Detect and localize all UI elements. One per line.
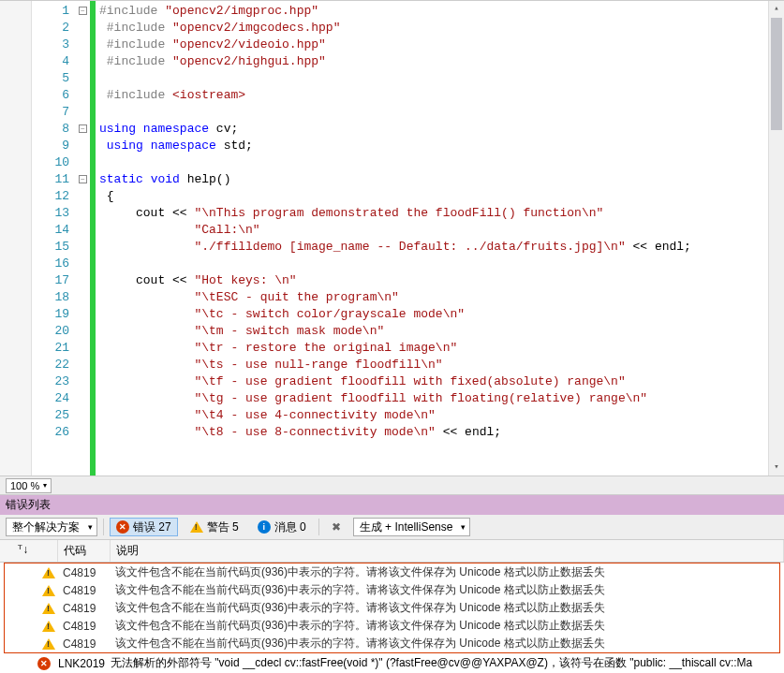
code-line[interactable]: "\tm - switch mask mode\n"	[99, 323, 784, 340]
code-line[interactable]	[99, 154, 784, 171]
line-number: 16	[32, 256, 69, 272]
code-line[interactable]: #include "opencv2/imgcodecs.hpp"	[99, 20, 784, 37]
vertical-scrollbar[interactable]: ▴ ▾	[768, 1, 784, 475]
code-line[interactable]: "\tc - switch color/grayscale mode\n"	[99, 306, 784, 323]
line-number: 2	[32, 20, 69, 37]
scope-dropdown[interactable]: 整个解决方案	[6, 518, 97, 536]
error-row[interactable]: C4819该文件包含不能在当前代码页(936)中表示的字符。请将该文件保存为 U…	[5, 617, 779, 635]
error-rows-highlighted: C4819该文件包含不能在当前代码页(936)中表示的字符。请将该文件保存为 U…	[4, 563, 780, 653]
code-editor[interactable]: 1234567891011121314151617181920212223242…	[0, 0, 784, 475]
scrollbar-thumb[interactable]	[771, 18, 782, 130]
code-line[interactable]: "\tg - use gradient floodfill with float…	[99, 390, 784, 407]
header-code-col[interactable]: 代码	[58, 540, 111, 562]
warning-icon	[42, 603, 55, 614]
line-number: 14	[32, 222, 69, 239]
fold-toggle[interactable]: −	[79, 175, 87, 183]
build-intellisense-dropdown[interactable]: 生成 + IntelliSense	[353, 518, 471, 536]
breakpoint-margin[interactable]	[0, 1, 32, 475]
code-line[interactable]	[99, 70, 784, 87]
line-number: 12	[32, 188, 69, 205]
warning-icon	[42, 585, 55, 596]
line-number: 21	[32, 340, 69, 357]
error-row[interactable]: C4819该文件包含不能在当前代码页(936)中表示的字符。请将该文件保存为 U…	[5, 635, 779, 652]
error-code: C4819	[63, 620, 115, 633]
error-icon: ✕	[37, 657, 51, 670]
code-line[interactable]: "\tf - use gradient floodfill with fixed…	[99, 373, 784, 390]
error-code: C4819	[63, 584, 115, 597]
line-number: 26	[32, 424, 69, 441]
line-number: 9	[32, 138, 69, 154]
code-line[interactable]: "\ts - use null-range floodfill\n"	[99, 357, 784, 373]
code-line[interactable]: #include <iostream>	[99, 87, 784, 104]
code-line[interactable]: #include "opencv2/videoio.hpp"	[99, 37, 784, 53]
warning-icon	[42, 638, 55, 650]
error-row[interactable]: C4819该文件包含不能在当前代码页(936)中表示的字符。请将该文件保存为 U…	[5, 581, 779, 599]
line-number: 22	[32, 357, 69, 373]
code-line[interactable]: "\tr - restore the original image\n"	[99, 340, 784, 357]
code-line[interactable]: "\t8 - use 8-connectivity mode\n" << end…	[99, 424, 784, 441]
code-line[interactable]: "\tESC - quit the program\n"	[99, 289, 784, 306]
error-description: 无法解析的外部符号 "void __cdecl cv::fastFree(voi…	[111, 655, 784, 671]
line-number-gutter: 1234567891011121314151617181920212223242…	[32, 1, 77, 475]
fold-toggle[interactable]: −	[79, 7, 87, 15]
error-description: 该文件包含不能在当前代码页(936)中表示的字符。请将该文件保存为 Unicod…	[115, 582, 779, 598]
error-description: 该文件包含不能在当前代码页(936)中表示的字符。请将该文件保存为 Unicod…	[115, 618, 779, 634]
line-number: 24	[32, 390, 69, 407]
code-line[interactable]: cout << "\nThis program demonstrated the…	[99, 205, 784, 222]
header-desc-col[interactable]: 说明	[111, 540, 784, 562]
code-line[interactable]	[99, 104, 784, 121]
error-icon: ✕	[116, 520, 129, 534]
code-line[interactable]: "./ffilldemo [image_name -- Default: ../…	[99, 239, 784, 256]
error-row[interactable]: ✕ LNK2019 无法解析的外部符号 "void __cdecl cv::fa…	[0, 653, 784, 673]
scroll-up-arrow[interactable]: ▴	[769, 1, 784, 17]
code-line[interactable]: static void help()	[99, 171, 784, 188]
warning-icon	[42, 567, 55, 578]
line-number: 20	[32, 323, 69, 340]
messages-count-label: 消息 0	[274, 519, 306, 535]
line-number: 19	[32, 306, 69, 323]
fold-toggle[interactable]: −	[79, 124, 87, 133]
code-line[interactable]	[99, 256, 784, 272]
code-line[interactable]: #include "opencv2/highgui.hpp"	[99, 53, 784, 70]
code-line[interactable]: using namespace std;	[99, 138, 784, 154]
code-content[interactable]: #include "opencv2/imgproc.hpp" #include …	[96, 1, 784, 475]
line-number: 13	[32, 205, 69, 222]
warning-icon	[190, 521, 203, 533]
line-number: 7	[32, 104, 69, 121]
filter-icon: ✖	[332, 520, 341, 534]
error-description: 该文件包含不能在当前代码页(936)中表示的字符。请将该文件保存为 Unicod…	[115, 636, 779, 651]
line-number: 3	[32, 37, 69, 53]
code-line[interactable]: using namespace cv;	[99, 121, 784, 138]
line-number: 5	[32, 70, 69, 87]
line-number: 17	[32, 272, 69, 289]
code-line[interactable]: {	[99, 188, 784, 205]
error-code: C4819	[63, 637, 115, 651]
line-number: 15	[32, 239, 69, 256]
error-description: 该文件包含不能在当前代码页(936)中表示的字符。请将该文件保存为 Unicod…	[115, 600, 779, 616]
line-number: 23	[32, 373, 69, 390]
line-number: 8	[32, 121, 69, 138]
error-list-panel: 错误列表 整个解决方案 ✕ 错误 27 警告 5 i 消息 0 ✖ 生成 + I…	[0, 494, 784, 673]
error-code: LNK2019	[58, 657, 111, 670]
warning-icon	[42, 621, 55, 632]
header-icon-col[interactable]: ᵀ↓	[0, 540, 58, 562]
line-number: 6	[32, 87, 69, 104]
scroll-down-arrow[interactable]: ▾	[769, 460, 784, 475]
code-line[interactable]: "\t4 - use 4-connectivity mode\n"	[99, 407, 784, 424]
code-line[interactable]: #include "opencv2/imgproc.hpp"	[99, 3, 784, 20]
code-line[interactable]: cout << "Hot keys: \n"	[99, 272, 784, 289]
error-row[interactable]: C4819该文件包含不能在当前代码页(936)中表示的字符。请将该文件保存为 U…	[5, 563, 779, 581]
fold-margin[interactable]: −−−	[77, 1, 90, 475]
errors-filter-button[interactable]: ✕ 错误 27	[110, 518, 178, 536]
zoom-dropdown[interactable]: 100 %	[6, 478, 52, 493]
warnings-filter-button[interactable]: 警告 5	[184, 518, 245, 536]
info-icon: i	[258, 520, 271, 534]
error-row[interactable]: C4819该文件包含不能在当前代码页(936)中表示的字符。请将该文件保存为 U…	[5, 599, 779, 617]
clear-filter-button[interactable]: ✖	[325, 518, 348, 536]
warnings-count-label: 警告 5	[207, 519, 239, 535]
error-list-toolbar: 整个解决方案 ✕ 错误 27 警告 5 i 消息 0 ✖ 生成 + Intell…	[0, 515, 784, 540]
code-line[interactable]: "Call:\n"	[99, 222, 784, 239]
line-number: 11	[32, 171, 69, 188]
error-code: C4819	[63, 602, 115, 615]
messages-filter-button[interactable]: i 消息 0	[251, 518, 313, 536]
